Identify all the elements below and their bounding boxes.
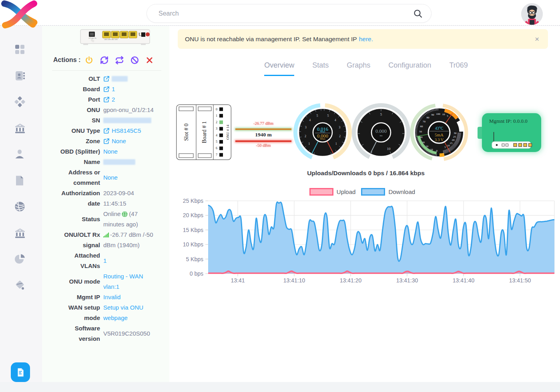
svg-text:20 Kbps: 20 Kbps — [183, 212, 203, 218]
svg-text:7: 7 — [216, 153, 217, 157]
share-icon[interactable] — [103, 136, 110, 146]
refresh-action-icon[interactable] — [100, 56, 109, 65]
reboot-action-icon[interactable] — [115, 56, 124, 65]
sidebar-item-contacts[interactable] — [14, 70, 26, 82]
dashboard-icon — [14, 44, 26, 55]
onu-details-panel: OPTICAL TEL LAN4 LAN3 LAN2 LAN1 U ⋅ I — [42, 26, 172, 382]
share-icon[interactable] — [103, 94, 110, 105]
info-label: ONU mode — [42, 276, 100, 287]
port-5 — [219, 140, 223, 144]
port-1 — [219, 114, 223, 118]
router-icon — [482, 113, 541, 152]
info-label: OLT — [42, 74, 100, 84]
share-icon[interactable] — [103, 74, 110, 84]
info-value[interactable]: Routing - WAN vlan:1 — [103, 271, 169, 292]
svg-text:13:41:20: 13:41:20 — [340, 277, 362, 284]
svg-text:80: 80 — [427, 116, 430, 119]
layers-icon — [14, 280, 26, 291]
info-value: gpon-onu_0/1/2:14 — [103, 105, 169, 115]
info-row-onu-type: ONU TypeHS8145C5 — [42, 126, 172, 136]
info-row-sn: SN — [42, 115, 172, 126]
svg-text:5: 5 — [327, 114, 329, 118]
info-value[interactable]: 1 — [103, 84, 169, 94]
delete-action-icon[interactable] — [145, 56, 154, 64]
fiber-rx-power: -26.77 dBm — [235, 121, 291, 127]
info-value: -26.77 dBm /-50 dBm (1940m) — [103, 230, 169, 250]
search-input[interactable]: Search — [147, 4, 432, 23]
tab-graphs[interactable]: Graphs — [347, 61, 370, 76]
tab-tr069[interactable]: Tr069 — [449, 61, 468, 76]
info-label: WAN setup mode — [42, 302, 100, 323]
share-icon[interactable] — [103, 126, 110, 136]
svg-text:LAN4 LAN3 LAN2: LAN4 LAN3 LAN2 LAN1 — [104, 39, 118, 40]
fiber-distance: 1940 m — [235, 132, 291, 139]
avatar[interactable] — [521, 3, 543, 25]
svg-text:Mbps: Mbps — [320, 138, 325, 140]
power-action-icon[interactable] — [84, 56, 94, 65]
port-7 — [219, 153, 223, 157]
online-globe-icon — [122, 209, 128, 219]
latency-gauge: 5100.000ms — [351, 102, 411, 162]
svg-text:13:41:10: 13:41:10 — [283, 277, 305, 284]
gauge-temp-value: 43°C — [435, 126, 444, 130]
info-row-board: Board1 — [42, 84, 172, 94]
svg-text:1: 1 — [308, 142, 310, 146]
sidebar-item-institution[interactable] — [14, 228, 26, 239]
svg-text:4: 4 — [309, 118, 311, 122]
svg-text:5: 5 — [216, 140, 217, 144]
disable-action-icon[interactable] — [130, 56, 139, 65]
documentation-button[interactable] — [11, 362, 30, 382]
main-content: ONU is not reachable via management IP. … — [172, 26, 560, 382]
sidebar-item-dashboard[interactable] — [14, 44, 26, 55]
info-value[interactable]: Setup via ONU webpage — [103, 302, 169, 323]
sidebar-item-document[interactable] — [14, 175, 26, 186]
sidebar-item-bank[interactable] — [14, 123, 26, 134]
svg-text:13:41:30: 13:41:30 — [396, 277, 418, 284]
port-6 — [219, 146, 223, 150]
alert-close-icon[interactable]: × — [535, 35, 539, 44]
svg-text:2: 2 — [216, 120, 217, 124]
sidebar-item-globe[interactable] — [14, 201, 26, 212]
svg-text:15 Kbps: 15 Kbps — [183, 227, 203, 233]
port-3 — [219, 127, 223, 130]
info-row-zone: ZoneNone — [42, 136, 172, 146]
redacted-value — [112, 76, 128, 82]
sidebar-nav — [0, 26, 42, 382]
info-value[interactable]: None — [103, 146, 169, 157]
svg-text:4: 4 — [335, 118, 336, 122]
onu-info-list: OLTBoard1Port2ONUgpon-onu_0/1/2:14SNONU … — [42, 74, 172, 344]
traffic-gauge: 12345123450.016Mbps0.000Mbps — [293, 102, 353, 162]
sidebar-item-modules[interactable] — [14, 96, 26, 108]
sidebar-item-layers[interactable] — [14, 280, 26, 291]
info-value[interactable]: HS8145C5 — [103, 126, 169, 136]
info-value[interactable]: Invalid — [103, 292, 169, 302]
document-icon — [14, 175, 26, 186]
info-value[interactable]: 1 — [103, 256, 169, 266]
sidebar-item-pie-chart[interactable] — [14, 254, 26, 265]
traffic-chart: 25 Kbps20 Kbps15 Kbps10 Kbps5 Kbps0 bps1… — [172, 176, 560, 296]
info-row-onu-mode: ONU modeRouting - WAN vlan:1 — [42, 271, 172, 292]
alert-text: ONU is not reachable via management IP. … — [185, 36, 357, 43]
port-0 — [219, 108, 223, 111]
info-row-onu-olt-rx-signal: ONU/OLT Rx signal-26.77 dBm /-50 dBm (19… — [42, 230, 172, 250]
sidebar-item-user[interactable] — [14, 149, 26, 160]
info-value[interactable]: None — [103, 172, 169, 183]
tab-configuration[interactable]: Configuration — [388, 61, 431, 76]
tab-overview[interactable]: Overview — [264, 61, 294, 76]
tab-stats[interactable]: Stats — [312, 61, 329, 76]
svg-text:10: 10 — [442, 113, 446, 116]
info-value[interactable]: 2 — [103, 94, 169, 105]
alert-here-link[interactable]: here. — [359, 36, 373, 43]
search-icon[interactable] — [413, 9, 423, 18]
brand-logo[interactable] — [0, 0, 38, 29]
signal-bars-icon — [103, 230, 109, 240]
info-value[interactable]: None — [103, 136, 169, 146]
svg-text:4: 4 — [216, 134, 217, 137]
svg-text:50: 50 — [419, 130, 422, 133]
share-icon[interactable] — [103, 84, 110, 94]
slot-label: Slot # 0 — [183, 124, 189, 141]
svg-text:30: 30 — [454, 132, 457, 135]
info-label: Authorization date — [42, 188, 100, 209]
svg-text:Mbps: Mbps — [320, 130, 325, 133]
svg-text:10 Kbps: 10 Kbps — [183, 241, 203, 248]
